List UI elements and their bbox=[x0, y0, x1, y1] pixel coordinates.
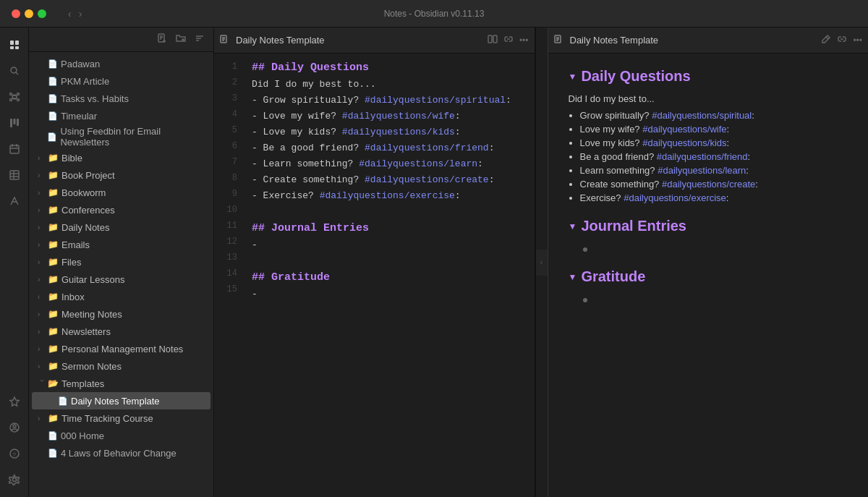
close-button[interactable] bbox=[12, 9, 20, 18]
files-nav-icon[interactable] bbox=[3, 33, 26, 56]
preview-edit-button[interactable] bbox=[821, 34, 831, 46]
svg-point-8 bbox=[17, 93, 19, 95]
folder-icon: 📁 bbox=[48, 170, 59, 180]
sidebar-item-inbox[interactable]: ‹ 📁 Inbox bbox=[32, 288, 210, 305]
file-icon: 📄 bbox=[47, 132, 57, 142]
chevron-down-icon: › bbox=[38, 379, 46, 388]
sidebar-item-pkm[interactable]: › 📄 PKM Article bbox=[32, 72, 210, 90]
sidebar-item-label: Daily Notes bbox=[61, 222, 109, 233]
sidebar-item-000-home[interactable]: › 📄 000 Home bbox=[32, 427, 210, 444]
sidebar-item-label: Personal Management Notes bbox=[61, 344, 183, 354]
section-chevron-icon[interactable]: ▼ bbox=[569, 221, 577, 231]
sidebar-item-timeular[interactable]: › 📄 Timeular bbox=[32, 107, 210, 124]
list-item: Love my kids? #dailyquestions/kids: bbox=[580, 137, 848, 148]
community-nav-icon[interactable] bbox=[3, 416, 26, 439]
section-title: Daily Questions bbox=[581, 68, 690, 85]
editor-content[interactable]: 1 2 3 4 5 6 7 8 9 10 11 12 13 14 15 bbox=[214, 54, 535, 497]
editor-line-2: Did I do my best to... bbox=[252, 77, 526, 93]
preview-section-journal: ▼ Journal Entries bbox=[569, 218, 848, 254]
sidebar-item-label: Sermon Notes bbox=[61, 361, 122, 372]
svg-rect-15 bbox=[17, 119, 19, 126]
editor-text[interactable]: ## Daily Questions Did I do my best to..… bbox=[243, 59, 535, 491]
preview-more-button[interactable]: ••• bbox=[853, 35, 862, 46]
link-exercise[interactable]: #dailyquestions/exercise bbox=[624, 192, 726, 203]
sidebar-item-newsletters[interactable]: › 📁 Newsletters bbox=[32, 323, 210, 340]
maximize-button[interactable] bbox=[38, 9, 46, 18]
table-nav-icon[interactable] bbox=[3, 163, 26, 187]
calendar-nav-icon[interactable] bbox=[3, 137, 26, 161]
kanban-nav-icon[interactable] bbox=[3, 111, 26, 135]
sidebar-item-label: PKM Article bbox=[61, 76, 109, 87]
sidebar-item-4-laws[interactable]: › 📄 4 Laws of Behavior Change bbox=[32, 444, 210, 462]
split-pane-divider[interactable]: ‹ bbox=[536, 250, 548, 276]
sidebar-item-label: 000 Home bbox=[61, 430, 104, 441]
forward-button[interactable]: › bbox=[79, 8, 82, 20]
sidebar-item-emails[interactable]: › 📁 Emails bbox=[32, 236, 210, 253]
sidebar-item-personal-mgmt[interactable]: › 📁 Personal Management Notes bbox=[32, 340, 210, 357]
sidebar-item-feedbin[interactable]: › 📄 Using Feedbin for Email Newsletters bbox=[32, 124, 210, 149]
section-chevron-icon[interactable]: ▼ bbox=[569, 272, 577, 282]
link-spiritual[interactable]: #dailyquestions/spiritual bbox=[652, 110, 752, 121]
settings-nav-icon[interactable] bbox=[3, 468, 26, 491]
sidebar-item-meeting-notes[interactable]: › 📁 Meeting Notes bbox=[32, 305, 210, 323]
chevron-icon: › bbox=[38, 276, 46, 284]
svg-rect-46 bbox=[488, 35, 492, 43]
new-folder-button[interactable] bbox=[174, 32, 187, 47]
sidebar-item-bible[interactable]: › 📁 Bible bbox=[32, 149, 210, 166]
sidebar-item-label: Bible bbox=[61, 153, 82, 163]
link-wife[interactable]: #dailyquestions/wife bbox=[642, 124, 726, 135]
editor-area: Daily Notes Template ••• 1 2 3 4 bbox=[214, 27, 868, 497]
sidebar-item-label: Using Feedbin for Email Newsletters bbox=[60, 126, 205, 148]
editor-line-3: - Grow spiritually? #dailyquestions/spir… bbox=[252, 93, 526, 109]
editor-tab-actions: ••• bbox=[488, 34, 529, 46]
sidebar-item-time-tracking[interactable]: › 📁 Time Tracking Course bbox=[32, 409, 210, 427]
sidebar-item-sermon-notes[interactable]: › 📁 Sermon Notes bbox=[32, 357, 210, 375]
file-icon: 📄 bbox=[58, 396, 68, 406]
more-options-button[interactable]: ••• bbox=[519, 35, 529, 46]
sidebar-item-conferences[interactable]: › 📁 Conferences bbox=[32, 201, 210, 218]
sort-button[interactable] bbox=[193, 32, 206, 47]
preview-section-gratitude: ▼ Gratitude bbox=[569, 268, 848, 305]
link-learn[interactable]: #dailyquestions/learn bbox=[658, 165, 746, 176]
publish-nav-icon[interactable] bbox=[3, 190, 26, 213]
nav-buttons: ‹ › bbox=[68, 8, 82, 20]
app-title: Notes - Obsidian v0.11.13 bbox=[384, 9, 485, 19]
sidebar-item-files[interactable]: › 📁 Files bbox=[32, 253, 210, 271]
h2-text: Daily Questions bbox=[271, 59, 369, 77]
sidebar-item-templates[interactable]: › 📂 Templates bbox=[32, 375, 210, 392]
sidebar-item-padawan[interactable]: › 📄 Padawan bbox=[32, 55, 210, 72]
editor-line-8: - Create something? #dailyquestions/crea… bbox=[252, 172, 526, 188]
gratitude-empty-bullet bbox=[580, 294, 848, 305]
editor-pane: Daily Notes Template ••• 1 2 3 4 bbox=[214, 27, 535, 497]
back-button[interactable]: ‹ bbox=[68, 8, 72, 20]
sidebar-item-bookworm[interactable]: › 📁 Bookworm bbox=[32, 184, 210, 201]
folder-icon: 📁 bbox=[48, 222, 59, 232]
copy-link-button[interactable] bbox=[503, 34, 514, 46]
sidebar-item-book-project[interactable]: › 📁 Book Project bbox=[32, 166, 210, 184]
sidebar-item-tasks[interactable]: › 📄 Tasks vs. Habits bbox=[32, 90, 210, 107]
minimize-button[interactable] bbox=[25, 9, 33, 18]
section-chevron-icon[interactable]: ▼ bbox=[569, 72, 577, 82]
titlebar: ‹ › Notes - Obsidian v0.11.13 bbox=[0, 0, 868, 27]
search-nav-icon[interactable] bbox=[3, 59, 26, 82]
link-friend[interactable]: #dailyquestions/friend bbox=[657, 151, 748, 162]
sidebar-item-guitar[interactable]: › 📁 Guitar Lessons bbox=[32, 271, 210, 288]
sidebar-item-daily-notes-template[interactable]: 📄 Daily Notes Template bbox=[32, 392, 210, 409]
preview-section-daily-questions: ▼ Daily Questions Did I do my best to...… bbox=[569, 68, 848, 203]
toggle-reading-view-button[interactable] bbox=[488, 34, 498, 46]
folder-icon: 📁 bbox=[48, 257, 59, 267]
empty-bullet-dot bbox=[583, 298, 587, 302]
editor-line-13 bbox=[252, 253, 526, 269]
preview-tab-actions: ••• bbox=[821, 34, 862, 46]
sidebar-item-daily-notes[interactable]: › 📁 Daily Notes bbox=[32, 218, 210, 236]
graph-nav-icon[interactable] bbox=[3, 85, 26, 109]
link-kids[interactable]: #dailyquestions/kids bbox=[642, 137, 726, 148]
sidebar-item-label: Timeular bbox=[61, 111, 97, 122]
new-file-button[interactable] bbox=[156, 32, 169, 47]
link-create[interactable]: #dailyquestions/create bbox=[662, 179, 755, 190]
star-nav-icon[interactable] bbox=[3, 390, 26, 413]
preview-copy-link-button[interactable] bbox=[837, 34, 847, 46]
help-nav-icon[interactable]: ? bbox=[3, 442, 26, 465]
sidebar-item-label: Files bbox=[61, 257, 81, 268]
svg-point-30 bbox=[12, 478, 16, 482]
